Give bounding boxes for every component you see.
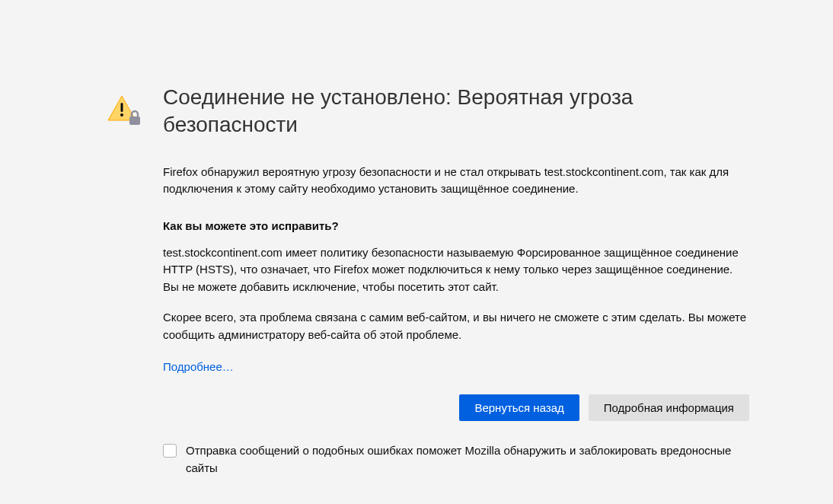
svg-rect-2: [129, 116, 140, 125]
warning-insecure-icon: [107, 117, 143, 130]
learn-more-link[interactable]: Подробнее…: [163, 360, 234, 373]
go-back-button[interactable]: Вернуться назад: [459, 394, 579, 421]
subtitle-text: Как вы можете это исправить?: [163, 219, 749, 232]
icon-column: [107, 91, 143, 130]
hsts-explanation: test.stockcontinent.com имеет политику б…: [163, 244, 749, 296]
error-page-container: Соединение не установлено: Вероятная угр…: [0, 0, 833, 477]
button-row: Вернуться назад Подробная информация: [163, 394, 749, 421]
intro-text: Firefox обнаружил вероятную угрозу безоп…: [163, 164, 749, 198]
content-column: Соединение не установлено: Вероятная угр…: [163, 84, 749, 477]
svg-rect-0: [121, 103, 123, 112]
advice-text: Скорее всего, эта проблема связана с сам…: [163, 309, 749, 343]
report-errors-row: Отправка сообщений о подобных ошибках по…: [163, 442, 749, 477]
page-title: Соединение не установлено: Вероятная угр…: [163, 84, 749, 139]
report-errors-checkbox[interactable]: [163, 444, 177, 458]
svg-point-1: [120, 113, 123, 116]
more-info-button[interactable]: Подробная информация: [589, 394, 749, 421]
report-errors-label[interactable]: Отправка сообщений о подобных ошибках по…: [186, 442, 749, 477]
